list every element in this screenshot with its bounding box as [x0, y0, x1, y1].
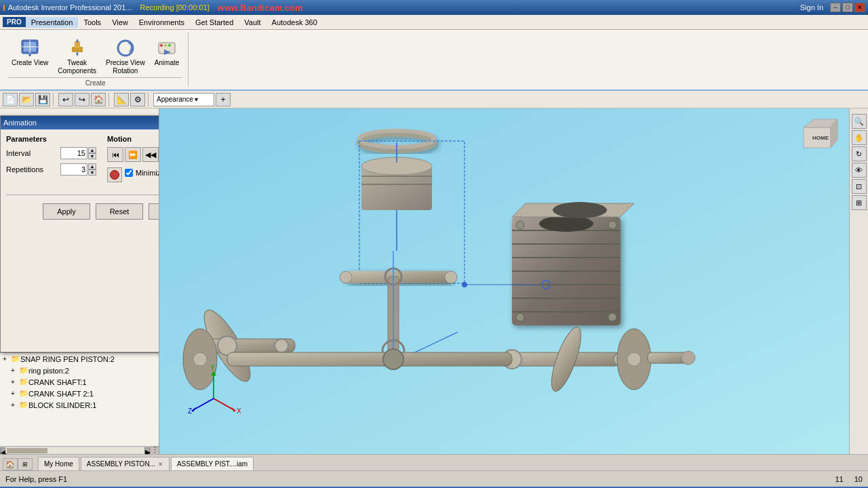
- section-btn[interactable]: ⊞: [852, 195, 867, 210]
- apply-button[interactable]: Apply: [43, 203, 90, 220]
- expand-icon[interactable]: +: [3, 355, 9, 363]
- toolbar-measure[interactable]: 📐: [114, 93, 129, 106]
- toolbar-sep2: [108, 93, 111, 106]
- maximize-btn[interactable]: □: [842, 3, 853, 12]
- folder-icon5: 📁: [19, 401, 28, 409]
- interval-label: Interval: [6, 149, 60, 157]
- block-label: BLOCK SILINDER:1: [28, 401, 96, 409]
- interval-spinner: ▲ ▼: [88, 147, 96, 159]
- rep-down-btn[interactable]: ▼: [88, 169, 96, 176]
- tree-item-block[interactable]: + 📁 BLOCK SILINDER:1: [0, 399, 159, 411]
- fit-btn[interactable]: ⊡: [852, 179, 867, 194]
- look-btn[interactable]: 👁: [852, 163, 867, 178]
- scrollbar-track[interactable]: [5, 448, 144, 453]
- expand-icon4[interactable]: +: [11, 390, 18, 397]
- scrollbar-thumb[interactable]: [7, 448, 47, 453]
- interval-up-btn[interactable]: ▲: [88, 147, 96, 153]
- tab-close-icon1[interactable]: ✕: [158, 461, 163, 468]
- menu-get-started[interactable]: Get Started: [190, 17, 239, 28]
- tab-assembly-piston1[interactable]: ASSEMBLY PISTON... ✕: [81, 457, 170, 470]
- appearance-label: Appearance: [157, 96, 193, 103]
- scroll-left-btn[interactable]: ◀: [0, 447, 5, 454]
- titlebar-title: Autodesk Inventor Professional 201...: [8, 3, 132, 12]
- left-panel: Animation ✕ Parameters Interval ▲ ▼: [0, 108, 159, 454]
- repetitions-label: Repetitions: [6, 165, 60, 174]
- toolbar-extra1[interactable]: +: [216, 93, 231, 106]
- tree-item-ring-piston[interactable]: + 📁 ring piston:2: [0, 365, 159, 376]
- tree-item-snap-ring[interactable]: + 📁 SNAP RING PEN PISTON:2: [0, 353, 159, 365]
- precise-view-rotation-button[interactable]: Precise ViewRotation: [102, 35, 149, 77]
- motion-controls: ⏮ ⏩ ◀◀ ⏭ ▶ ◀ ⏸: [107, 147, 159, 162]
- menu-tools[interactable]: Tools: [78, 17, 106, 28]
- toolbar-save[interactable]: 💾: [35, 93, 50, 106]
- interval-down-btn[interactable]: ▼: [88, 153, 96, 159]
- zoom-btn[interactable]: 🔍: [852, 114, 867, 129]
- svg-point-48: [340, 271, 352, 283]
- scroll-right-btn[interactable]: ▶: [144, 447, 150, 454]
- signin-btn[interactable]: Sign In: [800, 3, 823, 12]
- help-text: For Help, press F1: [5, 475, 67, 483]
- pan-btn[interactable]: ✋: [852, 130, 867, 145]
- titlebar-left: I Autodesk Inventor Professional 201... …: [3, 3, 303, 13]
- interval-input[interactable]: [60, 147, 87, 159]
- menu-view[interactable]: View: [106, 17, 134, 28]
- motion-section: Motion ⏮ ⏩ ◀◀ ⏭ ▶ ◀ ⏸: [107, 135, 159, 186]
- rep-up-btn[interactable]: ▲: [88, 163, 96, 169]
- svg-point-40: [608, 221, 616, 229]
- snap-ring-label: SNAP RING PEN PISTON:2: [20, 355, 115, 363]
- repetitions-spinner: ▲ ▼: [88, 163, 96, 176]
- menu-vault[interactable]: Vault: [239, 17, 266, 28]
- orbit-btn[interactable]: ↻: [852, 146, 867, 161]
- skip-start-btn[interactable]: ⏮: [107, 147, 123, 162]
- animate-label: Animate: [155, 59, 180, 67]
- animate-icon: [156, 37, 178, 59]
- cancel-button[interactable]: Cancel: [149, 203, 159, 220]
- repetitions-input[interactable]: [60, 163, 87, 176]
- animate-button[interactable]: Animate: [151, 35, 183, 69]
- reset-button[interactable]: Reset: [96, 203, 143, 220]
- 3d-scene: [159, 108, 868, 454]
- svg-line-77: [192, 399, 214, 411]
- tab-my-home[interactable]: My Home: [38, 457, 79, 470]
- expand-icon3[interactable]: +: [11, 378, 18, 386]
- minimize-btn[interactable]: −: [830, 3, 841, 12]
- home-icon[interactable]: 🏠: [3, 458, 18, 470]
- menubar: PRO Presentation Tools View Environments…: [0, 15, 868, 30]
- expand-icon5[interactable]: +: [11, 401, 18, 409]
- play-fwd-btn[interactable]: ⏩: [125, 147, 141, 162]
- toolbar-open[interactable]: 📂: [19, 93, 34, 106]
- animation-dialog: Animation ✕ Parameters Interval ▲ ▼: [0, 115, 159, 352]
- tweak-components-button[interactable]: TweakComponents: [54, 35, 100, 77]
- resize-corner[interactable]: ⋮: [150, 447, 159, 455]
- toolbar-settings[interactable]: ⚙: [130, 93, 145, 106]
- menu-autodesk360[interactable]: Autodesk 360: [267, 17, 323, 28]
- tree-item-crank-2[interactable]: + 📁 CRANK SHAFT 2:1: [0, 388, 159, 399]
- nav-cube[interactable]: HOME: [800, 114, 841, 155]
- precise-view-rotation-icon: [115, 37, 136, 59]
- appearance-dropdown[interactable]: Appearance ▾: [153, 93, 214, 106]
- toolbar-home[interactable]: 🏠: [91, 93, 106, 106]
- tab-assembly-piston2[interactable]: ASSEMBLY PIST....iam: [171, 457, 254, 470]
- close-btn[interactable]: ✕: [854, 3, 865, 12]
- create-view-button[interactable]: Create View: [8, 35, 52, 69]
- minimize-checkbox[interactable]: [125, 169, 133, 177]
- grid-view-icon[interactable]: ⊞: [18, 458, 33, 470]
- menu-environments[interactable]: Environments: [134, 17, 190, 28]
- minimize-checkbox-row: Minimize dialog during recording: [125, 169, 159, 177]
- folder-icon2: 📁: [19, 366, 28, 375]
- step-back-btn[interactable]: ◀◀: [142, 147, 159, 162]
- record-btn[interactable]: [107, 167, 122, 182]
- minimize-label: Minimize dialog during recording: [136, 169, 159, 177]
- toolbar-new[interactable]: 📄: [3, 93, 18, 106]
- svg-marker-11: [76, 39, 79, 41]
- expand-icon2[interactable]: +: [11, 367, 18, 374]
- menu-pro[interactable]: PRO: [3, 17, 26, 27]
- toolbar-undo[interactable]: ↩: [58, 93, 73, 106]
- interval-row: Interval ▲ ▼: [6, 147, 96, 159]
- tree-item-crank-1[interactable]: + 📁 CRANK SHAFT:1: [0, 376, 159, 388]
- svg-rect-63: [227, 352, 512, 366]
- svg-line-71: [214, 399, 235, 411]
- menu-presentation[interactable]: Presentation: [26, 17, 79, 28]
- toolbar-redo[interactable]: ↪: [75, 93, 90, 106]
- toolbar: 📄 📂 💾 ↩ ↪ 🏠 📐 ⚙ Appearance ▾ +: [0, 91, 868, 108]
